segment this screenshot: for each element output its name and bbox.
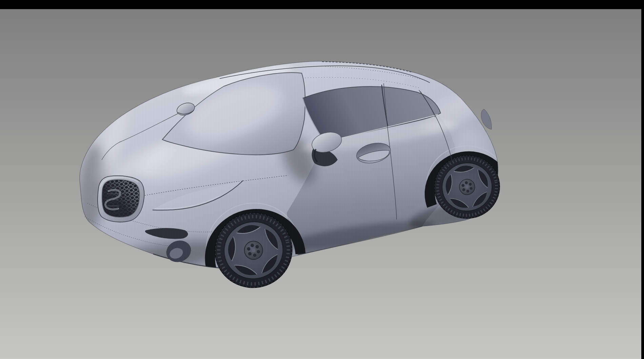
right-letterbox-bar [641, 0, 644, 359]
cad-render-canvas[interactable] [0, 0, 644, 359]
top-letterbox-bar [0, 0, 644, 9]
render-viewport [0, 0, 644, 359]
